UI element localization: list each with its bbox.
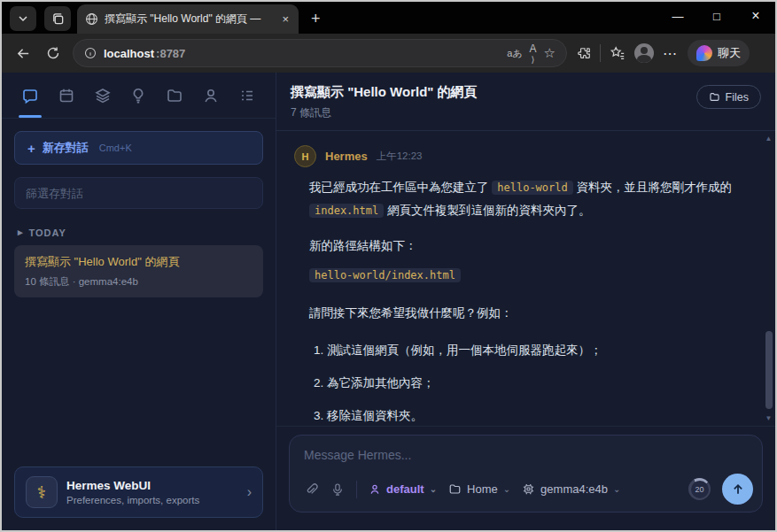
tab-chats[interactable] — [21, 73, 39, 118]
folder-icon — [166, 87, 183, 104]
composer-section: default ⌄ Home ⌄ gemma4:e4b ⌄ — [276, 426, 775, 530]
translate-icon[interactable]: aあ — [507, 47, 522, 60]
sidebar: + 新存對話 Cmd+K ▸ TODAY 撰寫顯示 "Hello World" … — [2, 73, 276, 530]
chat-item-meta: 10 條訊息 · gemma4:e4b — [25, 275, 253, 289]
new-chat-label: 新存對話 — [43, 140, 89, 156]
message-header: H Hermes 上午12:23 — [294, 145, 752, 167]
composer-box[interactable]: default ⌄ Home ⌄ gemma4:e4b ⌄ — [289, 435, 763, 513]
extensions-icon[interactable] — [576, 46, 591, 61]
folder-icon — [448, 482, 462, 496]
person-icon — [369, 483, 381, 496]
app-settings-subtitle: Preferences, imports, exports — [66, 495, 199, 505]
token-counter[interactable]: 20 — [688, 478, 711, 500]
suggestion-list: 測試這個網頁（例如，用一個本地伺服器跑起來）； 為它添加其他內容； 移除這個資料… — [309, 339, 752, 426]
new-chat-shortcut: Cmd+K — [99, 143, 132, 153]
model-picker[interactable]: gemma4:e4b ⌄ — [522, 482, 620, 496]
settings-more-icon[interactable]: ⋯ — [663, 45, 677, 62]
chevron-down-icon: ⌄ — [503, 484, 510, 494]
app-content: + 新存對話 Cmd+K ▸ TODAY 撰寫顯示 "Hello World" … — [2, 73, 775, 530]
favorite-star-icon[interactable]: ☆ — [544, 45, 556, 61]
send-button[interactable] — [722, 474, 753, 505]
attach-file-button[interactable] — [304, 482, 319, 497]
refresh-button[interactable] — [43, 46, 64, 60]
checklist-icon — [238, 87, 256, 104]
scroll-down-arrow[interactable]: ▼ — [763, 414, 774, 422]
chip-icon — [522, 482, 535, 496]
copilot-icon — [696, 45, 712, 61]
inline-code: hello-world/index.html — [309, 268, 461, 282]
minimize-button[interactable]: — — [658, 2, 697, 30]
maximize-button[interactable]: □ — [697, 2, 736, 30]
paperclip-icon — [304, 482, 319, 497]
conversation-title: 撰寫顯示 "Hello World" 的網頁 — [291, 84, 761, 101]
tab-title: 撰寫顯示 "Hello World" 的網頁 — — [105, 12, 274, 27]
back-button[interactable] — [12, 46, 34, 61]
scrollbar-thumb[interactable] — [765, 331, 773, 409]
tab-calendar[interactable] — [58, 73, 75, 118]
files-button-label: Files — [726, 91, 749, 104]
address-bar[interactable]: localhost:8787 aあ A⟩ ☆ — [73, 39, 567, 67]
app-name: Hermes WebUI — [66, 479, 199, 492]
conversation-meta: 7 條訊息 — [291, 105, 761, 120]
token-count-value: 20 — [691, 481, 709, 498]
new-tab-button[interactable]: + — [311, 10, 321, 28]
person-icon — [202, 87, 220, 104]
app-settings-card[interactable]: ⚕ Hermes WebUI Preferences, imports, exp… — [14, 466, 263, 518]
workspaces-icon — [51, 12, 65, 26]
close-tab-icon[interactable]: × — [280, 12, 291, 26]
composer-divider — [356, 481, 357, 498]
url-port: :8787 — [156, 47, 185, 60]
list-item: 為它添加其他內容； — [327, 372, 752, 395]
close-window-button[interactable]: × — [736, 2, 775, 30]
workspace-picker[interactable]: Home ⌄ — [448, 482, 510, 496]
tab-layers[interactable] — [94, 73, 112, 118]
tab-prompts[interactable] — [129, 73, 147, 118]
browser-window: 撰寫顯示 "Hello World" 的網頁 — × + — □ × local… — [0, 0, 777, 532]
list-item: 移除這個資料夾。 — [327, 405, 752, 426]
read-aloud-icon[interactable]: A⟩ — [530, 42, 537, 65]
globe-icon — [85, 12, 98, 26]
message-sender: Hermes — [325, 150, 368, 163]
window-controls: — □ × — [658, 2, 775, 30]
lightbulb-icon — [129, 87, 147, 104]
scroll-up-arrow[interactable]: ▲ — [763, 135, 774, 143]
filter-chats-input[interactable] — [14, 177, 263, 209]
hermes-logo-icon: ⚕ — [26, 476, 58, 508]
today-section-label: TODAY — [29, 227, 66, 238]
tab-tasks[interactable] — [238, 73, 256, 118]
browser-titlebar: 撰寫顯示 "Hello World" 的網頁 — × + — □ × — [2, 2, 775, 34]
microphone-icon — [330, 482, 345, 497]
chat-scroll-area[interactable]: H Hermes 上午12:23 我已經成功在工作區中為您建立了 hello-w… — [276, 131, 775, 426]
composer-toolbar: default ⌄ Home ⌄ gemma4:e4b ⌄ — [304, 474, 753, 505]
files-button[interactable]: Files — [696, 85, 761, 109]
chat-item-title: 撰寫顯示 "Hello World" 的網頁 — [25, 254, 253, 270]
chat-scrollbar[interactable]: ▲ ▼ — [763, 133, 774, 424]
sidebar-body: + 新存對話 Cmd+K ▸ TODAY 撰寫顯示 "Hello World" … — [2, 119, 276, 530]
arrow-up-icon — [731, 482, 745, 497]
toolbar-divider — [600, 44, 601, 62]
layers-icon — [94, 87, 112, 104]
new-chat-button[interactable]: + 新存對話 Cmd+K — [14, 131, 263, 165]
copilot-label: 聊天 — [718, 45, 741, 61]
browser-tab[interactable]: 撰寫顯示 "Hello World" 的網頁 — × — [77, 4, 299, 34]
tab-files[interactable] — [166, 73, 183, 118]
chat-list-item[interactable]: 撰寫顯示 "Hello World" 的網頁 10 條訊息 · gemma4:e… — [14, 245, 263, 297]
favorites-list-icon[interactable] — [610, 45, 625, 61]
tab-personas[interactable] — [202, 73, 220, 118]
sidebar-icon-rail — [2, 73, 276, 119]
tab-search-button[interactable] — [10, 6, 36, 31]
today-section-header[interactable]: ▸ TODAY — [18, 227, 260, 238]
voice-input-button[interactable] — [330, 482, 345, 497]
site-info-icon[interactable] — [84, 47, 97, 59]
message-input[interactable] — [304, 448, 748, 462]
profile-avatar[interactable] — [634, 43, 654, 63]
message-body: 我已經成功在工作區中為您建立了 hello-world 資料夾，並且將您剛才作成… — [309, 176, 752, 426]
copilot-button[interactable]: 聊天 — [688, 40, 750, 66]
persona-value: default — [386, 482, 424, 496]
conversation-header: 撰寫顯示 "Hello World" 的網頁 7 條訊息 Files — [276, 73, 775, 131]
tab-actions-button[interactable] — [44, 6, 71, 31]
plus-icon: + — [27, 141, 35, 156]
message-paragraph: 我已經成功在工作區中為您建立了 hello-world 資料夾，並且將您剛才作成… — [309, 176, 752, 223]
persona-picker[interactable]: default ⌄ — [369, 482, 437, 496]
inline-code: hello-world — [492, 181, 572, 195]
